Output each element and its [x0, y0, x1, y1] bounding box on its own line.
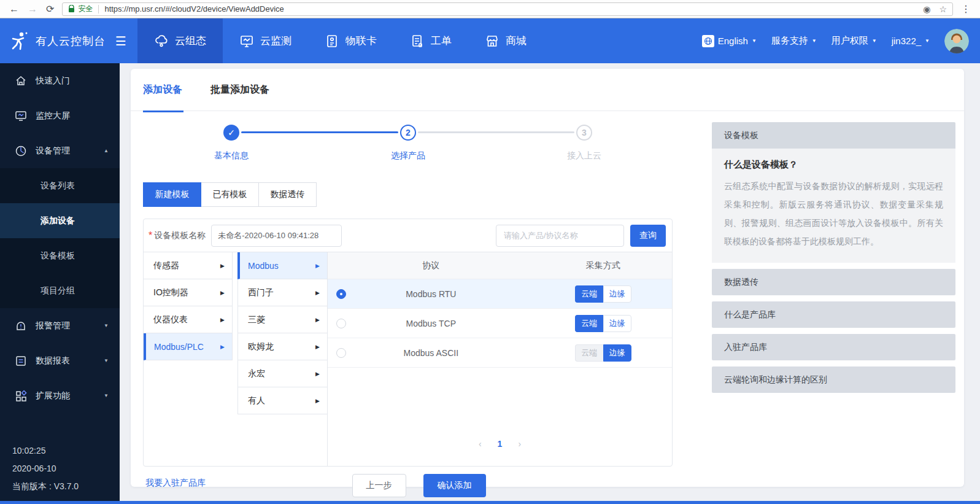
mode-toggle-modbus-rtu: 云端 边缘: [575, 285, 631, 303]
cloud-mode-button[interactable]: 云端: [575, 344, 603, 362]
query-button[interactable]: 查询: [630, 225, 666, 247]
device-mgmt-submenu: 设备列表 添加设备 设备模板 项目分组: [0, 168, 120, 308]
pagination-page-1[interactable]: 1: [498, 439, 503, 449]
tab-new-template[interactable]: 新建模板: [143, 182, 201, 207]
brand-item-modbus[interactable]: Modbus ▶: [237, 252, 327, 279]
chevron-up-icon: ▲: [104, 149, 109, 153]
username-label: jin322_: [892, 36, 921, 46]
sidebar-item-bigscreen[interactable]: 监控大屏: [0, 98, 120, 133]
brand-item-siemens[interactable]: 西门子 ▶: [237, 279, 327, 306]
actions-row: 我要入驻产品库 上一步 确认添加: [143, 470, 673, 502]
target-icon[interactable]: ◉: [923, 4, 930, 14]
previous-step-button[interactable]: 上一步: [352, 474, 406, 497]
nav-item-label: 工单: [431, 34, 452, 48]
edge-mode-button[interactable]: 边缘: [603, 285, 631, 303]
table-row[interactable]: Modbus TCP 云端 边缘: [328, 309, 672, 338]
cloud-mode-button[interactable]: 云端: [575, 315, 603, 332]
radio-modbus-rtu[interactable]: [336, 289, 346, 299]
brand-label: 三菱: [248, 314, 265, 325]
protocol-name: Modbus RTU: [328, 289, 534, 299]
lock-icon: [68, 5, 75, 13]
category-item-modbus-plc[interactable]: Modbus/PLC ▶: [144, 333, 233, 360]
tab-add-device[interactable]: 添加设备: [143, 69, 182, 111]
help-section-cloud-vs-edge[interactable]: 云端轮询和边缘计算的区别: [712, 366, 955, 393]
tab-data-passthrough[interactable]: 数据透传: [258, 182, 317, 207]
brand-item-fatek[interactable]: 永宏 ▶: [237, 360, 327, 387]
product-search-input[interactable]: [496, 225, 624, 247]
user-menu[interactable]: jin322_ ▼: [892, 36, 930, 46]
sidebar-item-alarm-mgmt[interactable]: 报警管理 ▼: [0, 308, 120, 343]
category-item-instrument[interactable]: 仪器仪表 ▶: [144, 306, 233, 333]
confirm-add-button[interactable]: 确认添加: [423, 474, 486, 497]
brand-item-usr[interactable]: 有人 ▶: [237, 387, 327, 414]
sidebar-item-label: 报警管理: [36, 320, 70, 331]
help-section-data-passthrough[interactable]: 数据透传: [712, 269, 955, 295]
table-row[interactable]: Modbus RTU 云端 边缘: [328, 279, 672, 309]
brand-item-omron[interactable]: 欧姆龙 ▶: [237, 333, 327, 360]
radio-modbus-ascii[interactable]: [336, 348, 346, 358]
url-divider: [98, 5, 99, 14]
extension-icon: [15, 390, 27, 402]
step-connector-pending: [418, 131, 574, 133]
sidebar-item-device-mgmt[interactable]: 设备管理 ▲: [0, 133, 120, 168]
alarm-icon: [15, 320, 27, 332]
sim-card-icon: [325, 34, 339, 48]
tab-existing-template[interactable]: 已有模板: [201, 182, 259, 207]
category-label: Modbus/PLC: [154, 342, 204, 352]
address-bar[interactable]: 安全 https://mp.usr.cn/#/cloudV2/device/Vi…: [62, 2, 953, 16]
nav-item-iot-card[interactable]: 物联卡: [308, 18, 393, 63]
brand[interactable]: 有人云控制台 ☰: [0, 31, 137, 52]
step-1-label: 基本信息: [188, 150, 274, 161]
help-section-device-template[interactable]: 设备模板: [712, 122, 955, 149]
sidebar-item-quickstart[interactable]: 快速入门: [0, 63, 120, 98]
edge-mode-button[interactable]: 边缘: [603, 344, 631, 362]
sidebar-item-device-list[interactable]: 设备列表: [0, 168, 120, 203]
help-section-what-is-product-library[interactable]: 什么是产品库: [712, 301, 955, 328]
edge-mode-button[interactable]: 边缘: [603, 315, 631, 332]
pagination-next-icon[interactable]: ›: [518, 439, 521, 449]
permission-menu[interactable]: 用户权限 ▼: [831, 35, 877, 47]
cloud-mode-button[interactable]: 云端: [575, 285, 603, 303]
nav-item-mall[interactable]: 商城: [468, 18, 543, 63]
nav-item-workorder[interactable]: 工单: [393, 18, 468, 63]
template-name-input[interactable]: [211, 225, 342, 247]
avatar[interactable]: [944, 29, 969, 53]
chevron-down-icon: ▼: [104, 359, 109, 363]
pagination-prev-icon[interactable]: ‹: [479, 439, 482, 449]
support-menu[interactable]: 服务支持 ▼: [771, 35, 817, 47]
bookmark-star-icon[interactable]: ☆: [939, 4, 947, 14]
browser-chrome: ← → ⟳ 安全 https://mp.usr.cn/#/cloudV2/dev…: [0, 0, 980, 18]
help-section-join-product-library[interactable]: 入驻产品库: [712, 334, 955, 360]
radio-modbus-tcp[interactable]: [336, 319, 346, 328]
nav-item-cloud-monitor[interactable]: 云监测: [223, 18, 308, 63]
sidebar-item-add-device[interactable]: 添加设备: [0, 203, 120, 238]
language-selector[interactable]: English ▼: [702, 35, 757, 47]
browser-reload-icon[interactable]: ⟳: [46, 4, 54, 14]
browser-back-icon[interactable]: ←: [9, 4, 19, 14]
sidebar-item-label: 扩展功能: [36, 390, 70, 401]
sidebar-item-label: 快速入门: [36, 76, 70, 87]
sidebar-item-project-group[interactable]: 项目分组: [0, 273, 120, 308]
help-paragraph: 云组态系统中配置与设备数据协议的解析规则，实现远程采集和控制。新版云服务将通讯协…: [724, 177, 943, 250]
hamburger-icon[interactable]: ☰: [115, 34, 126, 48]
tab-batch-add-device[interactable]: 批量添加设备: [210, 69, 269, 111]
category-item-sensor[interactable]: 传感器 ▶: [144, 252, 233, 279]
sidebar-item-data-report[interactable]: 数据报表 ▼: [0, 343, 120, 378]
help-section-title: 云端轮询和边缘计算的区别: [724, 374, 827, 386]
nav-item-cloud-scada[interactable]: 云组态: [137, 18, 223, 63]
browser-menu-icon[interactable]: ⋮: [961, 4, 971, 14]
brand-item-mitsubishi[interactable]: 三菱 ▶: [237, 306, 327, 333]
sidebar-item-extensions[interactable]: 扩展功能 ▼: [0, 378, 120, 413]
category-item-io-controller[interactable]: IO控制器 ▶: [144, 279, 233, 306]
protocol-name: Modbus TCP: [328, 319, 534, 328]
table-row[interactable]: Modbus ASCII 云端 边缘: [328, 338, 672, 368]
stepper: ✓ 2 3 基本信息 选择产品 接入上云: [143, 118, 673, 179]
help-question: 什么是设备模板？: [724, 159, 943, 171]
mode-column-header: 采集方式: [534, 260, 672, 271]
mall-icon: [485, 34, 500, 48]
sidebar-item-device-template[interactable]: 设备模板: [0, 238, 120, 273]
join-product-library-link[interactable]: 我要入驻产品库: [145, 478, 206, 489]
protocol-table-header: 协议 采集方式: [328, 252, 672, 279]
browser-forward-icon[interactable]: →: [28, 4, 37, 14]
chevron-down-icon: ▼: [925, 39, 930, 44]
